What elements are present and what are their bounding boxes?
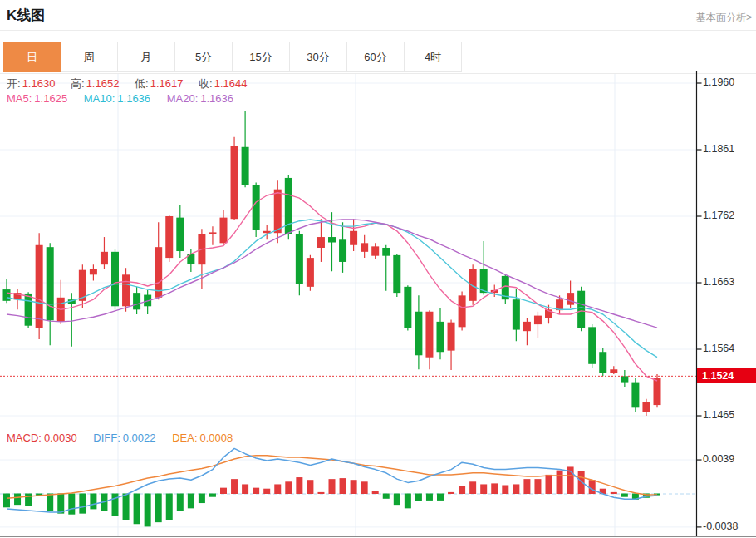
dea-value: 0.0008 bbox=[200, 432, 233, 444]
macd-bar bbox=[383, 494, 390, 499]
candle-body bbox=[577, 291, 585, 328]
candle-body bbox=[459, 295, 466, 327]
macd-bar bbox=[459, 486, 465, 494]
macd-bar bbox=[14, 494, 21, 506]
ohlc-readout: 开:1.1630 高:1.1652 低:1.1617 收:1.1644 bbox=[7, 77, 259, 91]
macd-bar bbox=[480, 484, 487, 494]
candle-body bbox=[610, 369, 617, 373]
ma10-label: MA10: bbox=[84, 92, 115, 105]
candle-body bbox=[220, 218, 228, 244]
candles-layer bbox=[3, 111, 661, 416]
candle-body bbox=[425, 312, 433, 358]
diff-value: 0.0022 bbox=[123, 432, 156, 444]
macd-bar bbox=[513, 484, 519, 494]
high-label: 高: bbox=[71, 77, 85, 90]
ma-legend: MA5:1.1625 MA10:1.1636 MA20:1.1636 bbox=[7, 92, 247, 105]
macd-bar bbox=[546, 475, 552, 494]
y-axis-label: 1.1861 bbox=[703, 143, 734, 155]
diff-label: DIFF: bbox=[93, 432, 120, 444]
macd-bar bbox=[242, 484, 248, 494]
macd-bar bbox=[3, 494, 10, 508]
macd-value: 0.0030 bbox=[44, 432, 77, 444]
low-value: 1.1617 bbox=[150, 77, 184, 90]
macd-bar bbox=[329, 479, 336, 494]
candle-body bbox=[523, 322, 531, 331]
macd-bar bbox=[415, 494, 422, 501]
candle-body bbox=[231, 146, 238, 219]
macd-axis-label-top: 0.0039 bbox=[703, 453, 734, 465]
macd-bar bbox=[426, 494, 433, 501]
candle-body bbox=[242, 147, 249, 185]
candle-body bbox=[133, 293, 140, 309]
candle-body bbox=[36, 245, 43, 328]
gridlines bbox=[0, 74, 697, 536]
candle-body bbox=[654, 378, 661, 405]
y-axis-label: 1.1960 bbox=[703, 77, 734, 88]
candle-body bbox=[25, 294, 32, 326]
candle-body bbox=[122, 274, 130, 306]
candle-body bbox=[513, 299, 520, 329]
macd-bar bbox=[317, 492, 324, 494]
macd-bar bbox=[79, 494, 86, 514]
candle-body bbox=[339, 239, 346, 262]
macd-bar bbox=[523, 479, 530, 494]
macd-bar bbox=[307, 480, 313, 494]
candle-body bbox=[382, 248, 390, 256]
macd-bar bbox=[155, 494, 162, 523]
macd-bar bbox=[534, 479, 541, 494]
candle-body bbox=[307, 258, 314, 287]
candle-body bbox=[437, 322, 444, 352]
candle-body bbox=[621, 376, 628, 382]
close-label: 收: bbox=[199, 77, 213, 90]
candle-body bbox=[165, 216, 173, 258]
candle-body bbox=[111, 252, 119, 306]
ma10-value: 1.1636 bbox=[117, 92, 150, 105]
ma20-label: MA20: bbox=[167, 92, 199, 105]
macd-bar bbox=[134, 494, 140, 525]
candle-body bbox=[415, 312, 422, 356]
candle-body bbox=[361, 243, 368, 252]
candle-body bbox=[47, 247, 54, 320]
macd-bar bbox=[285, 481, 292, 494]
open-value: 1.1630 bbox=[22, 77, 56, 90]
candle-body bbox=[393, 255, 400, 293]
macd-bar bbox=[209, 494, 216, 497]
candle-body bbox=[296, 234, 303, 284]
candle-body bbox=[101, 252, 108, 264]
macd-bar bbox=[145, 494, 151, 527]
macd-bar bbox=[123, 494, 130, 521]
macd-bar bbox=[90, 494, 96, 510]
macd-bar bbox=[502, 486, 508, 495]
ma20-value: 1.1636 bbox=[200, 92, 233, 105]
low-label: 低: bbox=[135, 77, 149, 90]
macd-bar bbox=[589, 480, 596, 494]
candle-body bbox=[631, 383, 639, 408]
macd-bar bbox=[263, 489, 270, 494]
macd-bar bbox=[372, 491, 379, 494]
macd-bar bbox=[351, 480, 357, 494]
macd-bar bbox=[340, 478, 346, 494]
candle-body bbox=[599, 352, 606, 373]
close-value: 1.1644 bbox=[214, 77, 248, 90]
y-axis-label: 1.1663 bbox=[703, 276, 734, 288]
macd-readout: MACD:0.0030 DIFF:0.0022 DEA:0.0008 bbox=[7, 432, 246, 444]
macd-axis-label-bottom: -0.0038 bbox=[703, 521, 738, 532]
macd-bar bbox=[361, 481, 368, 494]
macd-bar bbox=[394, 494, 400, 506]
dea-label: DEA: bbox=[172, 432, 197, 444]
macd-bar bbox=[68, 494, 75, 515]
macd-bar bbox=[611, 492, 617, 494]
macd-bar bbox=[448, 492, 454, 494]
macd-bar bbox=[405, 494, 411, 509]
macd-bar bbox=[621, 494, 628, 497]
y-axis-label: 1.1762 bbox=[703, 210, 734, 221]
y-axis-label: 1.1465 bbox=[703, 409, 734, 421]
candle-body bbox=[567, 293, 574, 305]
macd-bar bbox=[253, 488, 259, 494]
macd-bar bbox=[469, 481, 476, 494]
candle-body bbox=[588, 327, 596, 363]
macd-bar bbox=[578, 471, 585, 494]
macd-label: MACD: bbox=[7, 432, 42, 444]
candle-body bbox=[253, 185, 260, 230]
candle-body bbox=[317, 237, 325, 248]
